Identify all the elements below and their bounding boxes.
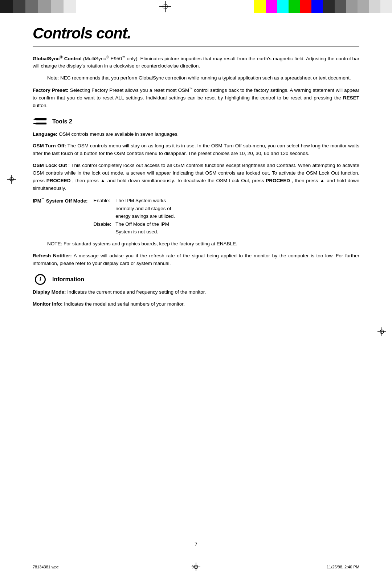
osm-tm: ™ <box>189 87 192 90</box>
color-dk2 <box>323 0 335 13</box>
title-divider <box>33 46 359 46</box>
refresh-paragraph: Refresh Notifier: A message will advise … <box>33 252 359 267</box>
color-gray <box>346 0 358 13</box>
osm-turnoff-rest: The OSM controls menu will stay on as lo… <box>33 143 359 156</box>
color-lt3 <box>369 0 381 13</box>
note-standard: NOTE: For standard systems and graphics … <box>47 240 359 248</box>
globalsync-label: GlobalSync® Control <box>33 56 82 61</box>
multisync-reg: ® <box>106 54 109 59</box>
monitor-info-rest: Indicates the model and serial numbers o… <box>64 301 184 307</box>
globalsync-rest: Eliminates picture impurities that may r… <box>33 56 359 69</box>
ipm-empty <box>33 220 94 236</box>
color-dk3 <box>335 0 346 13</box>
globalsync-reg: ® <box>60 54 62 59</box>
proceed1-bold: PROCEED <box>46 178 71 183</box>
information-heading: Information <box>52 276 84 283</box>
gray-seg-6 <box>64 0 76 13</box>
color-blue <box>311 0 323 13</box>
osm-turnoff-paragraph: OSM Turn Off: The OSM controls menu will… <box>33 142 359 158</box>
note-text: Note: NEC recommends that you perform Gl… <box>47 75 351 81</box>
osm-turnoff-label: OSM Turn Off: <box>33 143 66 148</box>
display-mode-paragraph: Display Mode: Indicates the current mode… <box>33 289 359 296</box>
left-grayscale-bar <box>0 0 76 13</box>
factory-preset-paragraph: Factory Preset: Selecting Factory Preset… <box>33 86 359 109</box>
color-red <box>300 0 312 13</box>
refresh-rest: A message will advise you if the refresh… <box>33 253 359 266</box>
language-rest: OSM controls menus are available in seve… <box>59 131 179 137</box>
monitor-info-label: Monitor Info: <box>33 301 62 307</box>
factory-preset-label: Factory Preset: <box>33 87 69 93</box>
tools-icon-container <box>33 116 48 127</box>
note-block: Note: NEC recommends that you perform Gl… <box>47 74 359 82</box>
ipm-tm: ™ <box>41 197 45 201</box>
footer-right: 11/25/98, 2:40 PM <box>327 565 359 569</box>
crosshair-area <box>76 0 254 13</box>
osm-lockout-label: OSM Lock Out <box>33 163 67 168</box>
info-icon-container: i <box>33 274 48 285</box>
right-margin-crosshair <box>377 327 387 337</box>
ipm-row2: Disable: The Off Mode of the IPM System … <box>33 220 175 236</box>
e950-tm: ™ <box>122 55 125 59</box>
page-content: Controls cont. GlobalSync® Control (Mult… <box>0 14 392 334</box>
color-yellow <box>254 0 266 13</box>
gray-seg-3 <box>25 0 38 13</box>
left-margin-crosshair <box>7 174 17 184</box>
gray-seg-2 <box>13 0 25 13</box>
refresh-label: Refresh Notifier: <box>33 253 72 258</box>
ipm-label: IPM™ System Off Mode: <box>33 197 94 220</box>
color-white <box>380 0 392 13</box>
ipm-enable-label: Enable: <box>94 197 116 220</box>
ipm-disable-desc: The Off Mode of the IPM System is not us… <box>115 220 175 236</box>
gray-seg-1 <box>0 0 13 13</box>
page-number: 7 <box>195 542 197 547</box>
crosshair-icon <box>159 1 171 12</box>
ipm-row1: IPM™ System Off Mode: Enable: The IPM Sy… <box>33 197 175 220</box>
ipm-table: IPM™ System Off Mode: Enable: The IPM Sy… <box>33 197 175 236</box>
svg-rect-8 <box>36 122 47 124</box>
tools-section-header: Tools 2 <box>33 116 359 127</box>
tools-heading: Tools 2 <box>52 118 72 125</box>
info-icon: i <box>35 274 46 285</box>
osm-lockout-paragraph: OSM Lock Out : This control completely l… <box>33 162 359 192</box>
monitor-info-paragraph: Monitor Info: Indicates the model and se… <box>33 301 359 308</box>
ipm-section: IPM™ System Off Mode: Enable: The IPM Sy… <box>33 197 359 236</box>
page-title: Controls cont. <box>33 25 359 42</box>
globalsync-paragraph: GlobalSync® Control (MultiSync® E950™ on… <box>33 54 359 70</box>
information-section-header: i Information <box>33 274 359 285</box>
display-mode-label: Display Mode: <box>33 289 66 295</box>
factory-end: button. <box>33 103 48 108</box>
note-standard-text: NOTE: For standard systems and graphics … <box>47 241 237 246</box>
bottom-crosshair <box>191 562 201 572</box>
color-green <box>289 0 300 13</box>
proceed2-bold: PROCEED <box>266 178 290 183</box>
gray-seg-5 <box>51 0 64 13</box>
right-color-bar <box>254 0 392 13</box>
color-cyan <box>277 0 289 13</box>
top-header-bar <box>0 0 392 13</box>
footer-left: 78134381.wpc <box>33 565 59 569</box>
language-label: Language: <box>33 131 57 137</box>
language-paragraph: Language: OSM controls menus are availab… <box>33 131 359 138</box>
gray-seg-4 <box>38 0 51 13</box>
svg-marker-7 <box>33 118 36 120</box>
reset-bold: RESET <box>343 95 359 101</box>
svg-marker-9 <box>33 122 36 124</box>
factory-preset-rest: Selecting Factory Preset allows you a re… <box>33 87 359 101</box>
ipm-disable-label: Disable: <box>94 220 116 236</box>
display-mode-rest: Indicates the current mode and frequency… <box>67 289 206 295</box>
color-lt2 <box>358 0 369 13</box>
ipm-enable-desc: The IPM System works normally and all st… <box>115 197 175 220</box>
globalsync-paren: (MultiSync® E950™ only): <box>83 56 139 61</box>
tools-icon <box>33 117 48 127</box>
color-magenta <box>266 0 277 13</box>
svg-rect-6 <box>36 118 47 120</box>
osm-lockout-mid: , then press ▲ and hold down simultaneou… <box>72 178 266 183</box>
